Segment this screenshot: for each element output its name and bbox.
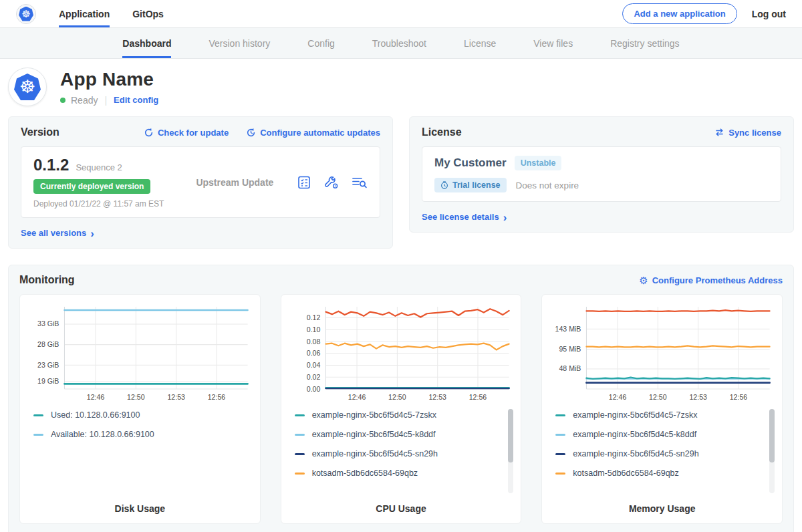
sync-license-link[interactable]: Sync license xyxy=(714,128,781,138)
configure-prometheus-link[interactable]: ⚙ Configure Prometheus Address xyxy=(639,275,783,285)
svg-text:143 MiB: 143 MiB xyxy=(555,325,581,333)
legend-item-used-10-128-0-66-9100[interactable]: Used: 10.128.0.66:9100 xyxy=(33,410,249,420)
legend-swatch xyxy=(295,473,305,475)
legend-swatch xyxy=(33,434,43,436)
see-license-details-link[interactable]: See license details › xyxy=(422,212,507,222)
legend-item-example-nginx-5bc6f5d4c5-sn29h[interactable]: example-nginx-5bc6f5d4c5-sn29h xyxy=(295,449,511,458)
legend-scrollbar-thumb[interactable] xyxy=(769,409,775,462)
legend-label: example-nginx-5bc6f5d4c5-k8ddf xyxy=(312,430,436,439)
tab-registry-settings[interactable]: Registry settings xyxy=(610,28,679,58)
tab-troubleshoot[interactable]: Troubleshoot xyxy=(372,28,426,58)
legend-item-kotsadm-5db6dc6584-69qbz[interactable]: kotsadm-5db6dc6584-69qbz xyxy=(555,469,771,478)
timer-icon xyxy=(440,181,448,189)
see-all-versions-label: See all versions xyxy=(21,228,86,238)
legend-scrollbar[interactable] xyxy=(769,409,775,493)
version-number: 0.1.2 xyxy=(33,156,69,174)
main-content: Version Check for update Configure autom… xyxy=(0,116,802,532)
legend-swatch xyxy=(295,434,305,436)
legend-label: kotsadm-5db6dc6584-69qbz xyxy=(312,469,418,478)
view-logs-icon[interactable] xyxy=(352,176,368,189)
chart-plot-memory-usage: 143 MiB95 MiB48 MiB12:4612:5012:5312:56 xyxy=(549,301,775,404)
schedule-icon xyxy=(246,128,256,138)
config-wrench-icon[interactable] xyxy=(323,175,340,190)
legend-label: Available: 10.128.0.66:9100 xyxy=(51,430,154,439)
logout-button[interactable]: Log out xyxy=(752,9,786,19)
svg-text:28 GiB: 28 GiB xyxy=(37,340,59,348)
sync-icon xyxy=(714,128,724,137)
svg-text:0.12: 0.12 xyxy=(306,313,320,321)
svg-text:95 MiB: 95 MiB xyxy=(559,345,581,353)
add-application-button[interactable]: Add a new application xyxy=(622,3,737,24)
tab-config[interactable]: Config xyxy=(307,28,334,58)
kubernetes-logo: ☸ xyxy=(16,4,36,24)
version-source: Upstream Update xyxy=(196,177,273,188)
tab-license[interactable]: License xyxy=(464,28,496,58)
divider: | xyxy=(103,95,108,106)
license-summary-row: My Customer Unstable Trial license Does … xyxy=(422,146,781,202)
legend-swatch xyxy=(555,473,565,475)
legend-label: example-nginx-5bc6f5d4c5-7zskx xyxy=(312,410,436,420)
tab-version-history[interactable]: Version history xyxy=(209,28,270,58)
configure-prometheus-label: Configure Prometheus Address xyxy=(652,275,783,285)
tab-dashboard[interactable]: Dashboard xyxy=(122,28,171,58)
refresh-icon xyxy=(144,128,154,138)
chart-plot-cpu-usage: 0.120.100.080.060.040.020.0012:4612:5012… xyxy=(288,301,515,404)
check-for-update-link[interactable]: Check for update xyxy=(144,128,229,138)
topnav-item-gitops[interactable]: GitOps xyxy=(132,0,164,27)
topnav-item-application[interactable]: Application xyxy=(59,0,110,27)
version-sequence: Sequence 2 xyxy=(76,162,122,172)
check-for-update-label: Check for update xyxy=(158,128,229,138)
preflight-checks-icon[interactable] xyxy=(297,175,311,190)
legend-swatch xyxy=(555,453,565,455)
license-card: License Sync license My Customer Unstabl… xyxy=(409,116,794,233)
legend-scrollbar-thumb[interactable] xyxy=(508,409,513,462)
see-all-versions-link[interactable]: See all versions › xyxy=(21,228,94,238)
sync-license-label: Sync license xyxy=(728,128,781,138)
legend-label: example-nginx-5bc6f5d4c5-7zskx xyxy=(573,410,697,420)
legend-label: kotsadm-5db6dc6584-69qbz xyxy=(573,469,678,478)
legend-item-example-nginx-5bc6f5d4c5-7zskx[interactable]: example-nginx-5bc6f5d4c5-7zskx xyxy=(295,410,511,420)
svg-text:12:56: 12:56 xyxy=(730,393,748,401)
svg-text:23 GiB: 23 GiB xyxy=(37,361,59,369)
customer-name: My Customer xyxy=(434,156,507,170)
svg-text:0.00: 0.00 xyxy=(306,385,320,393)
current-version-row: 0.1.2 Sequence 2 Currently deployed vers… xyxy=(21,146,380,218)
svg-text:12:46: 12:46 xyxy=(348,393,366,401)
deployed-badge: Currently deployed version xyxy=(33,179,150,194)
app-icon: ☸ xyxy=(8,68,47,106)
charts-row: 33 GiB28 GiB23 GiB19 GiB12:4612:5012:531… xyxy=(19,294,783,524)
chart-legend-memory-usage: example-nginx-5bc6f5d4c5-7zskxexample-ng… xyxy=(549,408,775,498)
chart-legend-cpu-usage: example-nginx-5bc6f5d4c5-7zskxexample-ng… xyxy=(288,408,515,498)
chart-card-memory-usage: 143 MiB95 MiB48 MiB12:4612:5012:5312:56e… xyxy=(541,294,783,524)
license-expiry: Does not expire xyxy=(516,180,579,190)
topnav: ☸ ApplicationGitOps Add a new applicatio… xyxy=(0,0,802,28)
subnav: DashboardVersion historyConfigTroublesho… xyxy=(0,28,802,59)
status-dot xyxy=(60,98,65,103)
legend-item-example-nginx-5bc6f5d4c5-k8ddf[interactable]: example-nginx-5bc6f5d4c5-k8ddf xyxy=(555,430,771,439)
svg-text:12:56: 12:56 xyxy=(469,393,487,401)
channel-badge: Unstable xyxy=(515,156,562,170)
legend-label: example-nginx-5bc6f5d4c5-k8ddf xyxy=(573,430,696,439)
legend-label: example-nginx-5bc6f5d4c5-sn29h xyxy=(573,449,698,458)
svg-text:0.02: 0.02 xyxy=(306,373,320,381)
svg-text:0.08: 0.08 xyxy=(306,338,320,346)
legend-item-available-10-128-0-66-9100[interactable]: Available: 10.128.0.66:9100 xyxy=(33,430,249,439)
svg-text:12:56: 12:56 xyxy=(208,393,226,401)
legend-label: example-nginx-5bc6f5d4c5-sn29h xyxy=(312,449,438,458)
tab-view-files[interactable]: View files xyxy=(533,28,573,58)
legend-scrollbar[interactable] xyxy=(508,409,513,493)
configure-automatic-updates-link[interactable]: Configure automatic updates xyxy=(246,128,380,138)
legend-item-example-nginx-5bc6f5d4c5-7zskx[interactable]: example-nginx-5bc6f5d4c5-7zskx xyxy=(555,410,771,420)
app-header: ☸ App Name Ready | Edit config xyxy=(0,59,802,116)
legend-swatch xyxy=(555,434,565,436)
legend-item-example-nginx-5bc6f5d4c5-sn29h[interactable]: example-nginx-5bc6f5d4c5-sn29h xyxy=(555,449,771,458)
kubernetes-helm-icon: ☸ xyxy=(14,74,41,100)
legend-item-kotsadm-5db6dc6584-69qbz[interactable]: kotsadm-5db6dc6584-69qbz xyxy=(295,469,511,478)
edit-config-link[interactable]: Edit config xyxy=(114,95,158,105)
trial-license-badge: Trial license xyxy=(434,178,507,192)
legend-item-example-nginx-5bc6f5d4c5-k8ddf[interactable]: example-nginx-5bc6f5d4c5-k8ddf xyxy=(295,430,511,439)
svg-text:12:53: 12:53 xyxy=(690,393,708,401)
legend-swatch xyxy=(295,414,305,416)
chart-card-disk-usage: 33 GiB28 GiB23 GiB19 GiB12:4612:5012:531… xyxy=(19,294,261,524)
svg-text:12:53: 12:53 xyxy=(167,393,185,401)
